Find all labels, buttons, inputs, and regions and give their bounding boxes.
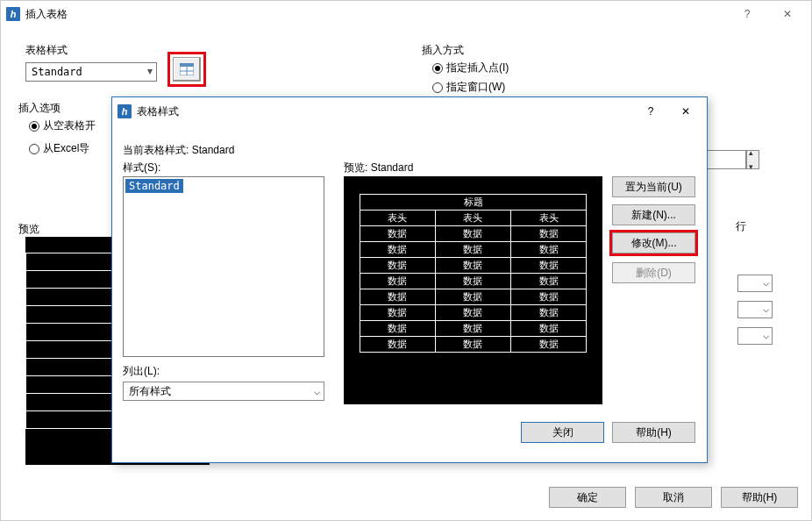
group-insertmethod-label: 插入方式 xyxy=(422,43,464,58)
preview-table: 标题 表头 表头 表头 数据数据数据 数据数据数据 数据数据数据 数据数据数据 … xyxy=(360,194,588,353)
preview-data-cell: 数据 xyxy=(360,305,435,321)
edit-style-highlight xyxy=(167,52,206,87)
radio-empty-label: 从空表格开 xyxy=(43,118,96,133)
radio-insertion-point[interactable]: 指定插入点(I) xyxy=(432,61,509,75)
combo-b[interactable] xyxy=(737,301,773,318)
table-style-dialog: h 表格样式 ? ✕ 当前表格样式: Standard 样式(S): Stand… xyxy=(111,96,708,463)
preview-data-cell: 数据 xyxy=(435,305,510,321)
ok-button[interactable]: 确定 xyxy=(549,487,626,508)
child-titlebar: h 表格样式 ? ✕ xyxy=(112,97,707,125)
close-icon[interactable]: ✕ xyxy=(767,2,808,26)
radio-empty-table[interactable]: 从空表格开 xyxy=(29,118,96,133)
edit-style-button[interactable] xyxy=(173,57,201,82)
preview-data-cell: 数据 xyxy=(511,258,587,274)
preview-title-cell: 标题 xyxy=(360,195,587,211)
preview-data-cell: 数据 xyxy=(435,258,510,274)
help-icon[interactable]: ? xyxy=(727,2,767,26)
styles-listbox[interactable]: Standard xyxy=(123,176,324,357)
radio-dot-icon xyxy=(29,121,39,132)
ok-label: 确定 xyxy=(577,490,598,505)
preview-data-cell: 数据 xyxy=(435,226,510,242)
radio-window[interactable]: 指定窗口(W) xyxy=(432,80,505,95)
group-options-label: 插入选项 xyxy=(18,101,61,116)
list-filter-label: 列出(L): xyxy=(123,364,160,379)
preview-header-cell: 表头 xyxy=(511,211,587,226)
preview-data-cell: 数据 xyxy=(511,321,587,337)
preview-header-cell: 表头 xyxy=(360,211,435,226)
close-label: 关闭 xyxy=(552,425,573,440)
radio-excel-label: 从Excel导 xyxy=(43,141,89,156)
help-label: 帮助(H) xyxy=(742,490,778,505)
cancel-button[interactable]: 取消 xyxy=(635,487,712,508)
preview-data-cell: 数据 xyxy=(435,321,510,337)
rows-label: 行 xyxy=(736,219,746,234)
preview-data-cell: 数据 xyxy=(511,289,587,305)
child-help-label: 帮助(H) xyxy=(636,425,672,440)
radio-window-label: 指定窗口(W) xyxy=(446,80,505,95)
child-help-icon[interactable]: ? xyxy=(633,99,668,124)
delete-style-button: 删除(D) xyxy=(612,262,695,283)
set-current-label: 置为当前(U) xyxy=(625,180,682,195)
radio-from-excel[interactable]: 从Excel导 xyxy=(29,141,89,156)
preview-data-cell: 数据 xyxy=(360,242,435,258)
child-title: 表格样式 xyxy=(137,104,633,119)
new-style-label: 新建(N)... xyxy=(631,208,676,223)
svg-rect-1 xyxy=(180,63,194,67)
combo-c[interactable] xyxy=(737,327,773,345)
parent-title: 插入表格 xyxy=(25,7,727,22)
modify-style-label: 修改(M)... xyxy=(631,236,677,251)
style-item-standard[interactable]: Standard xyxy=(125,179,183,193)
preview-data-cell: 数据 xyxy=(360,289,435,305)
preview-data-cell: 数据 xyxy=(435,337,510,353)
preview-data-cell: 数据 xyxy=(360,337,435,353)
preview-data-cell: 数据 xyxy=(435,274,510,289)
delete-style-label: 删除(D) xyxy=(636,266,672,281)
app-icon: h xyxy=(6,7,20,21)
preview-data-cell: 数据 xyxy=(360,274,435,289)
radio-dot-icon xyxy=(432,82,443,93)
radio-dot-icon xyxy=(29,144,39,154)
help-button[interactable]: 帮助(H) xyxy=(721,487,798,508)
tablestyle-combo-value: Standard xyxy=(32,66,82,78)
preview-data-cell: 数据 xyxy=(360,321,435,337)
current-style-label: 当前表格样式: Standard xyxy=(123,143,234,158)
child-close-icon[interactable]: ✕ xyxy=(668,99,703,124)
styles-label: 样式(S): xyxy=(123,161,160,175)
preview-data-cell: 数据 xyxy=(511,226,587,242)
app-icon: h xyxy=(118,104,132,118)
radio-insertion-point-label: 指定插入点(I) xyxy=(446,61,509,75)
preview-data-cell: 数据 xyxy=(511,305,587,321)
child-preview: 标题 表头 表头 表头 数据数据数据 数据数据数据 数据数据数据 数据数据数据 … xyxy=(344,176,602,404)
cancel-label: 取消 xyxy=(663,490,684,505)
new-style-button[interactable]: 新建(N)... xyxy=(612,204,695,225)
preview-data-cell: 数据 xyxy=(511,242,587,258)
preview-data-cell: 数据 xyxy=(511,337,587,353)
modify-style-button[interactable]: 修改(M)... xyxy=(612,232,695,253)
preview-header-cell: 表头 xyxy=(435,211,510,226)
group-tablestyle-label: 表格样式 xyxy=(25,43,68,58)
list-filter-combo[interactable]: 所有样式 xyxy=(123,382,324,401)
preview-data-cell: 数据 xyxy=(435,289,510,305)
parent-titlebar: h 插入表格 ? ✕ xyxy=(1,1,811,27)
tablestyle-combo[interactable]: Standard xyxy=(25,62,157,82)
close-button[interactable]: 关闭 xyxy=(521,422,604,443)
spin-updown-icon[interactable] xyxy=(746,150,759,169)
preview-data-cell: 数据 xyxy=(360,226,435,242)
child-body: 当前表格样式: Standard 样式(S): Standard 列出(L): … xyxy=(123,132,696,452)
child-help-button[interactable]: 帮助(H) xyxy=(612,422,695,443)
parent-preview-label: 预览 xyxy=(18,222,39,237)
preview-data-cell: 数据 xyxy=(360,258,435,274)
radio-dot-icon xyxy=(432,63,443,74)
preview-data-cell: 数据 xyxy=(511,274,587,289)
preview-data-cell: 数据 xyxy=(435,242,510,258)
list-filter-value: 所有样式 xyxy=(129,384,171,399)
tablestyle-edit-icon xyxy=(180,63,194,75)
set-current-button[interactable]: 置为当前(U) xyxy=(612,176,695,197)
combo-a[interactable] xyxy=(737,275,773,292)
child-preview-label: 预览: Standard xyxy=(344,161,413,175)
